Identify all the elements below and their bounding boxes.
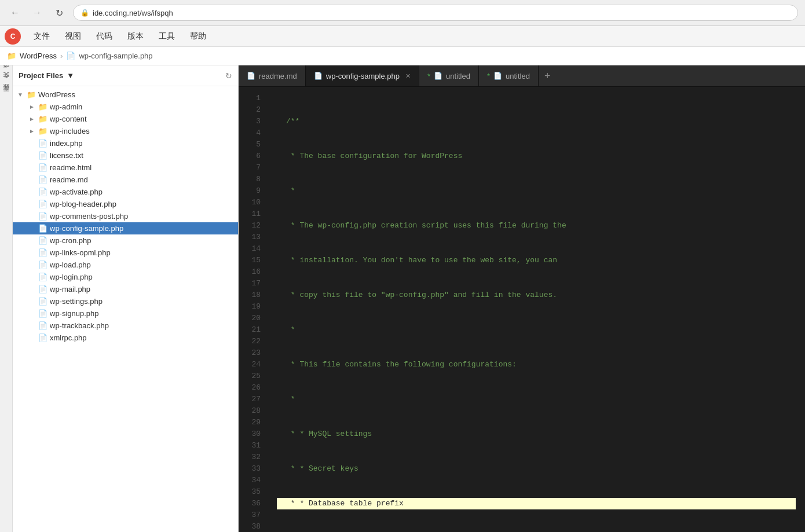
tab-add-button[interactable]: + [539,65,557,86]
tab-icon-untitled-1: 📄 [434,72,442,80]
tree-item-xmlrpc[interactable]: 📄 xmlrpc.php [13,332,238,344]
tab-untitled-2[interactable]: * 📄 untitled [479,65,539,86]
breadcrumb: 📁 WordPress › 📄 wp-config-sample.php [0,47,805,65]
tree-item-wp-cron[interactable]: 📄 wp-cron.php [13,234,238,247]
tree-item-wp-signup[interactable]: 📄 wp-signup.php [13,307,238,320]
left-sidebar: 项目 文件 工作区 [0,65,13,532]
tree-item-wp-content[interactable]: ► 📁 wp-content [13,113,238,125]
menu-version[interactable]: 版本 [120,29,151,44]
code-line-3: * The base configuration for WordPress [277,151,796,162]
project-files-arrow: ▼ [67,71,74,80]
menu-file[interactable]: 文件 [27,29,57,44]
file-icon-index-php: 📄 [38,139,47,148]
refresh-tree-button[interactable]: ↻ [225,71,232,80]
back-button[interactable]: ← [7,5,23,21]
code-line-13: * * Database table prefix [277,498,796,509]
tree-item-license-txt[interactable]: 📄 license.txt [13,149,238,162]
tab-label-readme-md: readme.md [259,72,297,80]
folder-icon-wordpress: 📁 [27,90,36,99]
file-icon-xmlrpc: 📄 [38,333,47,342]
menu-code[interactable]: 代码 [89,29,119,44]
code-line-4: * [277,185,796,197]
folder-icon-wp-admin: 📁 [38,102,47,111]
browser-nav: ← → ↻ 🔒 ide.coding.net/ws/ifspqh [0,0,805,25]
wp-links-opml-label: wp-links-opml.php [50,248,111,257]
sidebar-label-project[interactable]: 项目 [2,71,10,72]
breadcrumb-file[interactable]: wp-config-sample.php [79,52,152,60]
tree-item-wp-includes[interactable]: ► 📁 wp-includes [13,125,238,137]
file-icon-wp-links-opml: 📄 [38,248,47,257]
tab-label-untitled-1: untitled [446,72,470,80]
menu-tools[interactable]: 工具 [152,29,182,44]
xmlrpc-label: xmlrpc.php [50,333,87,342]
breadcrumb-folder-icon: 📁 [7,52,16,60]
file-icon-wp-comments-post: 📄 [38,212,47,221]
refresh-button[interactable]: ↻ [51,5,67,21]
expand-arrow-wp-admin: ► [29,104,36,110]
tab-label-untitled-2: untitled [506,72,530,80]
code-line-8: * [277,324,796,336]
tree-item-wp-settings[interactable]: 📄 wp-settings.php [13,295,238,307]
tab-close-wp-config-sample[interactable]: ✕ [405,72,411,80]
forward-button[interactable]: → [29,5,45,21]
wp-content-label: wp-content [50,115,87,123]
wp-admin-label: wp-admin [50,102,82,111]
wp-login-label: wp-login.php [50,273,93,281]
tab-untitled-1[interactable]: * 📄 untitled [419,65,479,86]
tree-item-wp-mail[interactable]: 📄 wp-mail.php [13,283,238,295]
file-icon-wp-settings: 📄 [38,297,47,306]
menu-view[interactable]: 视图 [58,29,88,44]
file-icon-wp-mail: 📄 [38,285,47,293]
breadcrumb-root[interactable]: WordPress [20,52,57,60]
file-icon-wp-blog-header: 📄 [38,200,47,208]
tab-wp-config-sample[interactable]: 📄 wp-config-sample.php ✕ [306,65,419,86]
sidebar-label-files[interactable]: 文件 [2,83,10,84]
file-icon-wp-trackback: 📄 [38,321,47,330]
tab-icon-untitled-2: 📄 [493,72,502,80]
tree-item-wp-login[interactable]: 📄 wp-login.php [13,271,238,283]
expand-arrow-wp-includes: ► [29,128,36,134]
file-icon-wp-cron: 📄 [38,236,47,245]
tree-item-wp-comments-post[interactable]: 📄 wp-comments-post.php [13,210,238,222]
tree-item-wp-links-opml[interactable]: 📄 wp-links-opml.php [13,247,238,259]
tree-item-index-php[interactable]: 📄 index.php [13,137,238,149]
tree-item-wp-trackback[interactable]: 📄 wp-trackback.php [13,320,238,332]
file-icon-wp-signup: 📄 [38,309,47,318]
editor-area: 📄 readme.md 📄 wp-config-sample.php ✕ * 📄… [239,65,805,532]
tab-label-wp-config-sample: wp-config-sample.php [326,72,400,80]
code-editor[interactable]: 12345 678910 1112131415 1617181920 21222… [239,87,805,532]
wp-settings-label: wp-settings.php [50,297,103,306]
file-icon-license-txt: 📄 [38,151,47,160]
tree-item-readme-md[interactable]: 📄 readme.md [13,174,238,186]
tree-item-wordpress[interactable]: ▼ 📁 WordPress [13,89,238,101]
menu-help[interactable]: 帮助 [183,29,213,44]
tree-item-wp-admin[interactable]: ► 📁 wp-admin [13,101,238,113]
code-line-9: * This file contains the following confi… [277,359,796,370]
tree-item-wp-load[interactable]: 📄 wp-load.php [13,259,238,271]
tree-item-wp-config-sample[interactable]: 📄 wp-config-sample.php [13,222,238,234]
code-line-2: /** [277,116,796,127]
url-bar[interactable]: 🔒 ide.coding.net/ws/ifspqh [73,5,798,21]
code-content[interactable]: /** * The base configuration for WordPre… [268,87,805,532]
file-icon-readme-html: 📄 [38,163,47,172]
tree-item-wp-blog-header[interactable]: 📄 wp-blog-header.php [13,198,238,210]
tab-readme-md[interactable]: 📄 readme.md [239,65,306,86]
tree-item-readme-html[interactable]: 📄 readme.html [13,162,238,174]
wp-trackback-label: wp-trackback.php [50,321,109,330]
sidebar-label-workspace[interactable]: 工作区 [2,94,10,96]
index-php-label: index.php [50,139,82,148]
file-icon-wp-login: 📄 [38,273,47,281]
tab-icon-wp-config-sample: 📄 [314,72,323,80]
wp-load-label: wp-load.php [50,261,91,269]
tab-modified-star-2: * [487,72,490,80]
browser-chrome: ← → ↻ 🔒 ide.coding.net/ws/ifspqh [0,0,805,26]
file-icon-wp-config-sample: 📄 [38,224,47,233]
file-tree-header: Project Files ▼ ↻ [13,65,238,86]
file-tree-title: Project Files ▼ [19,71,74,80]
wp-comments-post-label: wp-comments-post.php [50,212,128,221]
tree-item-wp-activate[interactable]: 📄 wp-activate.php [13,186,238,198]
file-icon-wp-activate: 📄 [38,188,47,196]
lock-icon: 🔒 [80,9,89,17]
code-line-10: * [277,394,796,405]
wp-config-sample-label: wp-config-sample.php [50,224,123,233]
